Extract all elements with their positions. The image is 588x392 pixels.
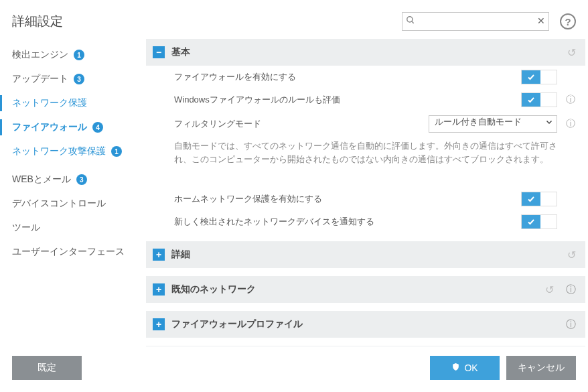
row-notify-new-devices: 新しく検出されたネットワークデバイスを通知する ⓘ xyxy=(146,210,585,233)
check-icon xyxy=(522,93,540,107)
page-title: 詳細設定 xyxy=(12,13,391,30)
sidebar-item-label: ネットワーク攻撃保護 xyxy=(12,145,106,157)
sidebar-item-update[interactable]: アップデート 3 xyxy=(0,67,146,91)
ok-button[interactable]: OK xyxy=(430,356,500,380)
sidebar-item-label: ツール xyxy=(12,222,40,234)
filter-mode-description: 自動モードでは、すべてのネットワーク通信を自動的に評価します。外向きの通信はすべ… xyxy=(146,137,585,176)
filtering-mode-select[interactable]: ルール付き自動モード xyxy=(429,115,557,133)
search-container: ✕ xyxy=(402,12,549,31)
sidebar-item-label: ネットワーク保護 xyxy=(12,97,87,109)
badge: 4 xyxy=(92,122,103,133)
sidebar-item-network-attack-protection[interactable]: ネットワーク攻撃保護 1 xyxy=(0,139,146,164)
expand-icon[interactable]: + xyxy=(153,283,165,296)
section-header-basic: − 基本 ↺ xyxy=(146,39,585,66)
sidebar-item-network-protection[interactable]: ネットワーク保護 xyxy=(0,91,146,115)
toggle-notify-new-devices[interactable] xyxy=(521,214,557,229)
info-icon[interactable]: ⓘ xyxy=(565,119,576,129)
row-label: ファイアウォールを有効にする xyxy=(174,71,513,83)
sidebar-item-detection-engine[interactable]: 検出エンジン 1 xyxy=(0,43,146,67)
section-title: ファイアウォールプロファイル xyxy=(171,318,554,330)
sidebar-item-label: WEBとメール xyxy=(12,174,71,186)
ok-label: OK xyxy=(464,363,477,373)
toggle-enable-firewall[interactable] xyxy=(521,70,557,84)
toggle-home-network[interactable] xyxy=(521,192,557,206)
info-icon[interactable]: ⓘ xyxy=(566,318,576,331)
section-header-advanced: + 詳細 ↺ xyxy=(146,241,585,268)
sidebar-item-ui[interactable]: ユーザーインターフェース xyxy=(0,240,146,264)
sidebar: 検出エンジン 1 アップデート 3 ネットワーク保護 ファイアウォール 4 ネッ… xyxy=(0,39,146,346)
help-icon[interactable]: ? xyxy=(560,13,576,29)
sidebar-item-web-email[interactable]: WEBとメール 3 xyxy=(0,168,146,192)
badge: 3 xyxy=(74,74,84,84)
revert-icon[interactable]: ↺ xyxy=(567,249,576,261)
badge: 1 xyxy=(74,50,84,60)
clear-search-icon[interactable]: ✕ xyxy=(537,15,545,26)
sidebar-item-label: デバイスコントロール xyxy=(12,198,106,210)
badge: 1 xyxy=(111,146,122,157)
sidebar-item-tools[interactable]: ツール xyxy=(0,216,146,240)
cancel-button[interactable]: キャンセル xyxy=(506,356,576,380)
content-panel: − 基本 ↺ ファイアウォールを有効にする ⓘ Windowsファイアウォールの… xyxy=(146,39,588,346)
sidebar-item-label: ユーザーインターフェース xyxy=(12,246,125,258)
sidebar-item-label: 検出エンジン xyxy=(12,49,68,61)
row-home-network: ホームネットワーク保護を有効にする ⓘ xyxy=(146,188,585,210)
row-label: ホームネットワーク保護を有効にする xyxy=(174,193,513,205)
section-header-firewall-profiles: + ファイアウォールプロファイル ⓘ xyxy=(146,311,585,338)
revert-icon[interactable]: ↺ xyxy=(545,283,554,296)
shield-icon xyxy=(451,363,460,373)
badge: 3 xyxy=(76,174,87,185)
info-icon[interactable]: ⓘ xyxy=(565,94,576,105)
row-label: Windowsファイアウォールのルールも評価 xyxy=(174,94,513,106)
row-label: 新しく検出されたネットワークデバイスを通知する xyxy=(174,216,513,228)
section-title: 既知のネットワーク xyxy=(171,283,538,296)
expand-icon[interactable]: + xyxy=(153,318,165,330)
expand-icon[interactable]: + xyxy=(153,249,165,261)
check-icon xyxy=(522,215,540,228)
info-icon[interactable]: ⓘ xyxy=(566,283,576,296)
section-title: 基本 xyxy=(171,46,561,58)
sidebar-item-label: ファイアウォール xyxy=(12,121,87,133)
sidebar-item-label: アップデート xyxy=(12,73,68,85)
sidebar-item-firewall[interactable]: ファイアウォール 4 xyxy=(0,115,146,139)
check-icon xyxy=(522,70,540,84)
default-button[interactable]: 既定 xyxy=(12,356,82,380)
row-label: フィルタリングモード xyxy=(174,118,421,130)
search-input[interactable] xyxy=(402,12,549,31)
collapse-icon[interactable]: − xyxy=(153,46,165,58)
section-header-known-networks: + 既知のネットワーク ↺ ⓘ xyxy=(146,276,585,303)
section-title: 詳細 xyxy=(171,249,561,261)
row-filter-mode: フィルタリングモード ルール付き自動モード ⓘ xyxy=(146,111,585,137)
row-enable-firewall: ファイアウォールを有効にする ⓘ xyxy=(146,66,585,88)
toggle-eval-windows-fw[interactable] xyxy=(521,92,557,107)
sidebar-item-device-control[interactable]: デバイスコントロール xyxy=(0,192,146,216)
row-eval-windows-fw: Windowsファイアウォールのルールも評価 ⓘ xyxy=(146,88,585,111)
check-icon xyxy=(522,192,540,206)
revert-icon[interactable]: ↺ xyxy=(567,46,576,59)
